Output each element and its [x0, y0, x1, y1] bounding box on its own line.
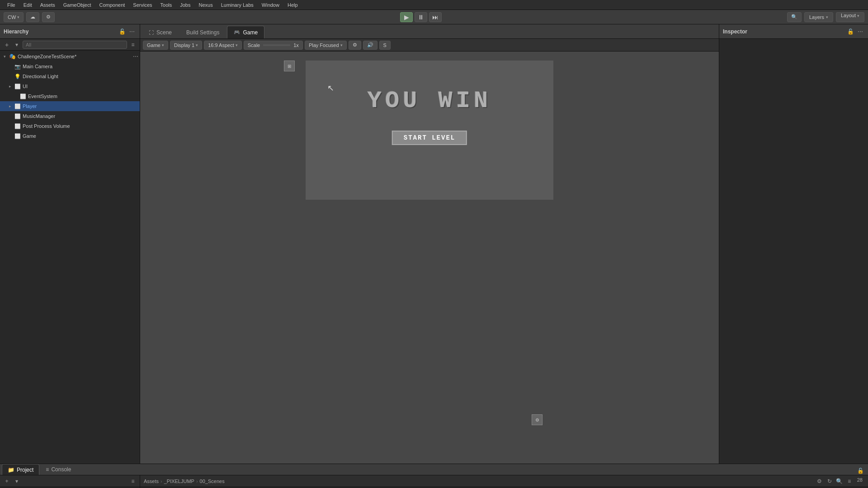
menu-bar: File Edit Assets GameObject Component Se…: [0, 0, 868, 10]
menu-file[interactable]: File: [4, 1, 19, 9]
aspect-btn[interactable]: 16:9 Aspect ▾: [204, 41, 242, 50]
tab-game[interactable]: 🎮 Game: [227, 26, 264, 38]
menu-window[interactable]: Window: [258, 1, 283, 9]
tab-project[interactable]: 📁 Project: [2, 464, 39, 475]
menu-jobs[interactable]: Jobs: [176, 1, 194, 9]
hierarchy-filter-icon[interactable]: ≡: [129, 41, 137, 49]
hierarchy-item-dir-light[interactable]: 💡 Directional Light: [0, 71, 140, 81]
assets-settings-icon[interactable]: ⚙: [816, 477, 824, 485]
hierarchy-item-eventsystem[interactable]: ⬜ EventSystem: [0, 91, 140, 101]
gizmos-btn[interactable]: ⚙: [349, 41, 361, 50]
layers-chevron: ▾: [826, 15, 828, 19]
console-tab-label: Console: [51, 466, 71, 473]
scene-more-icon[interactable]: ⋯: [132, 52, 140, 61]
hierarchy-item-musicmanager[interactable]: ⬜ MusicManager: [0, 111, 140, 121]
hierarchy-item-ui[interactable]: ▸ ⬜ UI: [0, 81, 140, 91]
breadcrumb-scenes[interactable]: 00_Scenes: [200, 479, 225, 484]
inspector-lock-icon[interactable]: 🔓: [846, 28, 854, 36]
inspector-content: [719, 39, 868, 464]
main-area: Hierarchy 🔓 ⋯ + ▾ ≡ ▾ 🎭 ChallengeZoneTes…: [0, 24, 868, 464]
scale-btn[interactable]: Scale 1x: [244, 41, 303, 50]
collab-button[interactable]: ☁: [26, 12, 39, 22]
hierarchy-item-postprocess[interactable]: ⬜ Post Process Volume: [0, 121, 140, 131]
assets-refresh-icon[interactable]: ↻: [826, 477, 834, 485]
project-tab-label: Project: [17, 467, 33, 473]
top-left-corner-icon[interactable]: ⊞: [284, 61, 295, 71]
console-icon: ≡: [46, 466, 49, 473]
music-icon: ⬜: [14, 113, 21, 119]
music-label: MusicManager: [23, 113, 55, 119]
player-icon: ⬜: [14, 103, 21, 109]
hierarchy-search[interactable]: [23, 41, 127, 49]
project-filter-icon[interactable]: ≡: [129, 477, 137, 485]
scene-arrow-icon: ▾: [2, 54, 7, 59]
display-label: Display 1: [174, 42, 194, 48]
menu-help[interactable]: Help: [284, 1, 302, 9]
inspector-more-icon[interactable]: ⋯: [856, 28, 864, 36]
hierarchy-item-player[interactable]: ▸ ⬜ Player: [0, 101, 140, 111]
project-panel: + ▾ ≡ ▾ 📁 Assets ▾ 📁 _PIXELJUMP: [0, 475, 140, 488]
display-select-btn[interactable]: Display 1 ▾: [170, 41, 202, 50]
menu-services[interactable]: Services: [129, 1, 156, 9]
game-display-btn[interactable]: Game ▾: [143, 41, 168, 50]
menu-tools[interactable]: Tools: [157, 1, 176, 9]
breadcrumb-pixeljump[interactable]: _PIXELJUMP: [164, 479, 194, 484]
hierarchy-panel: Hierarchy 🔓 ⋯ + ▾ ≡ ▾ 🎭 ChallengeZoneTes…: [0, 24, 140, 464]
menu-gameobject[interactable]: GameObject: [60, 1, 95, 9]
menu-luminary[interactable]: Luminary Labs: [217, 1, 257, 9]
project-dropdown-icon[interactable]: ▾: [13, 477, 21, 485]
breadcrumb-assets[interactable]: Assets: [144, 479, 159, 484]
ui-arrow-icon: ▸: [7, 84, 13, 89]
hierarchy-item-game[interactable]: ⬜ Game: [0, 131, 140, 141]
hierarchy-add-icon[interactable]: +: [3, 41, 11, 49]
tab-build-settings[interactable]: Build Settings: [179, 26, 226, 38]
play-button[interactable]: ▶: [400, 12, 413, 22]
bottom-tabs: 📁 Project ≡ Console 🔓: [0, 464, 868, 475]
layout-button[interactable]: Layout ▾: [836, 12, 864, 22]
tab-console[interactable]: ≡ Console: [40, 464, 76, 475]
game-display-label: Game: [147, 42, 160, 48]
hierarchy-scene-root[interactable]: ▾ 🎭 ChallengeZoneTestScene* ⋯: [0, 52, 140, 61]
bottom-right-corner-icon[interactable]: ⚙: [532, 414, 542, 425]
assets-toolbar: Assets › _PIXELJUMP › 00_Scenes ⚙ ↻ 🔍 ≡ …: [140, 475, 868, 487]
menu-component[interactable]: Component: [95, 1, 128, 9]
layers-button[interactable]: Layers ▾: [804, 12, 833, 22]
hierarchy-list: ▾ 🎭 ChallengeZoneTestScene* ⋯ 📷 Main Cam…: [0, 51, 140, 464]
assets-search-icon[interactable]: 🔍: [835, 477, 844, 485]
play-focused-btn[interactable]: Play Focused ▾: [305, 41, 347, 50]
menu-edit[interactable]: Edit: [20, 1, 36, 9]
step-button[interactable]: ⏭: [429, 12, 442, 22]
scale-slider[interactable]: [263, 44, 290, 46]
settings-button[interactable]: ⚙: [42, 12, 55, 22]
build-tab-label: Build Settings: [186, 29, 219, 36]
camera-icon: 📷: [14, 64, 21, 70]
assets-filter-icon[interactable]: ≡: [845, 477, 854, 485]
scene-name: ChallengeZoneTestScene*: [18, 54, 76, 59]
hierarchy-lock-icon[interactable]: 🔓: [118, 28, 126, 36]
audio-btn[interactable]: 🔊: [363, 41, 377, 50]
stats-btn[interactable]: S: [379, 41, 391, 50]
inspector-header: Inspector 🔓 ⋯: [719, 24, 868, 39]
hierarchy-more-icon[interactable]: ⋯: [128, 28, 136, 36]
game-chevron: ▾: [162, 43, 164, 47]
game-tab-label: Game: [243, 29, 258, 36]
project-add-icon[interactable]: +: [3, 477, 11, 485]
bottom-lock-icon[interactable]: 🔓: [856, 467, 864, 475]
ui-label: UI: [23, 84, 28, 89]
audio-icon: 🔊: [367, 42, 373, 48]
eventsys-icon: ⬜: [20, 94, 26, 99]
cursor-indicator: ↖: [327, 83, 334, 93]
tab-scene[interactable]: ⛶ Scene: [142, 26, 179, 38]
menu-nexus[interactable]: Nexus: [195, 1, 216, 9]
start-level-btn[interactable]: START LEVEL: [392, 131, 467, 145]
pause-button[interactable]: ⏸: [415, 12, 427, 22]
hierarchy-item-main-camera[interactable]: 📷 Main Camera: [0, 61, 140, 71]
project-toolbar: + ▾ ≡: [0, 475, 140, 487]
menu-assets[interactable]: Assets: [37, 1, 59, 9]
main-camera-label: Main Camera: [23, 64, 52, 69]
hierarchy-dropdown-icon[interactable]: ▾: [13, 41, 21, 49]
game-view[interactable]: ⊞ ↖ YOU WIN START LEVEL ⚙: [140, 52, 719, 464]
cw-button[interactable]: CW ▾: [4, 12, 24, 22]
search-button[interactable]: 🔍: [787, 12, 802, 22]
hierarchy-header-icons: 🔓 ⋯: [118, 28, 136, 36]
